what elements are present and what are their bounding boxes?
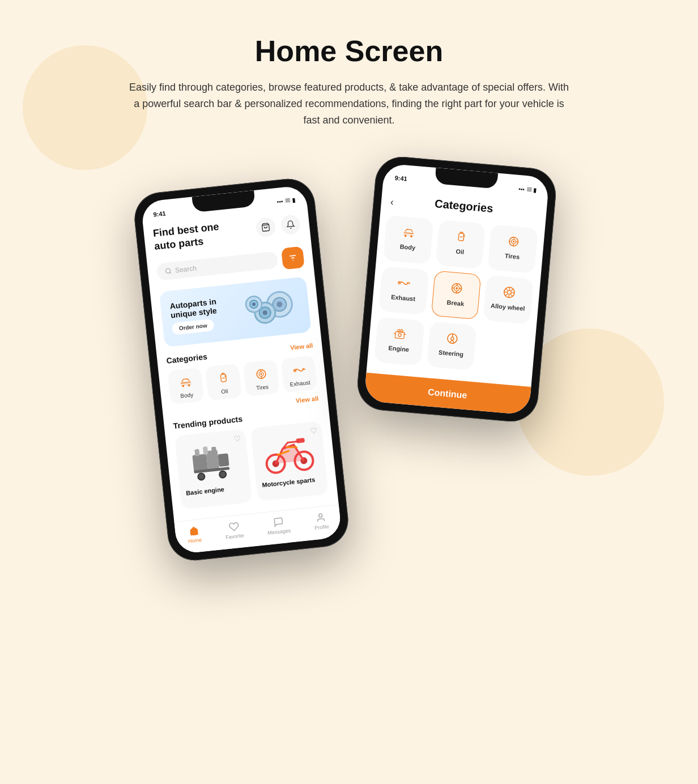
- banner-image: [241, 286, 302, 331]
- filter-button[interactable]: [281, 246, 305, 270]
- profile-icon: [315, 512, 326, 523]
- motorcycle-illustration: [261, 429, 316, 476]
- battery-icon-r: ▮: [533, 187, 537, 193]
- oil-icon: [215, 370, 232, 386]
- big-body-icon: [401, 225, 417, 241]
- svg-point-76: [451, 337, 454, 340]
- svg-line-79: [452, 340, 454, 343]
- body-icon: [177, 374, 194, 390]
- category-exhaust[interactable]: Exhaust: [280, 356, 317, 393]
- big-category-exhaust-label: Exhaust: [391, 293, 416, 302]
- svg-point-42: [405, 235, 407, 237]
- svg-point-56: [456, 287, 458, 289]
- phone-heading: Find best one auto parts: [152, 220, 221, 254]
- big-category-oil-label: Oil: [456, 248, 465, 255]
- big-category-oil[interactable]: Oil: [435, 220, 486, 269]
- page-title: Home Screen: [255, 34, 443, 68]
- svg-point-34: [219, 471, 226, 479]
- cart-button[interactable]: [255, 217, 276, 238]
- categories-view-all[interactable]: View all: [290, 342, 313, 351]
- svg-rect-29: [194, 449, 199, 457]
- category-tires[interactable]: Tires: [243, 360, 280, 397]
- phone-right: 9:41 ▪▪▪ 𝄙 ▮ ‹ Categories: [355, 155, 558, 424]
- categories-screen-title: Categories: [433, 193, 494, 225]
- categories-title: Categories: [166, 352, 208, 365]
- svg-rect-72: [398, 330, 400, 333]
- category-body[interactable]: Body: [167, 368, 204, 405]
- svg-line-66: [511, 293, 514, 293]
- nav-messages[interactable]: Messages: [266, 516, 291, 536]
- big-category-break[interactable]: Break: [431, 271, 481, 320]
- heading-line1: Find best one auto parts: [152, 220, 221, 254]
- status-time-right: 9:41: [394, 174, 407, 182]
- svg-line-65: [504, 292, 507, 293]
- phone-left: 9:41 ▪▪▪ 𝄙 ▮ Find best one auto parts: [132, 176, 351, 563]
- product-motorcycle[interactable]: ♡: [250, 421, 329, 501]
- status-time-left: 9:41: [153, 210, 166, 218]
- search-placeholder: Search: [174, 265, 197, 275]
- svg-point-45: [463, 235, 465, 237]
- nav-home[interactable]: Home: [187, 525, 202, 544]
- order-now-button[interactable]: Order now: [172, 319, 215, 335]
- product-engine[interactable]: ♡: [174, 429, 253, 509]
- back-button[interactable]: ‹: [390, 197, 394, 208]
- big-category-break-label: Break: [446, 299, 465, 308]
- phone-left-screen: 9:41 ▪▪▪ 𝄙 ▮ Find best one auto parts: [141, 185, 342, 555]
- big-category-engine[interactable]: Engine: [374, 317, 424, 366]
- svg-rect-28: [218, 454, 229, 467]
- svg-point-22: [260, 373, 262, 376]
- trending-view-all[interactable]: View all: [295, 395, 318, 404]
- big-brake-icon: [449, 280, 465, 296]
- search-row: Search: [156, 246, 305, 283]
- status-icons-left: ▪▪▪ 𝄙 ▮: [276, 197, 296, 205]
- promo-banner[interactable]: Autoparts in unique style Order now: [159, 276, 312, 347]
- big-category-body-label: Body: [399, 243, 415, 251]
- wifi-icon: 𝄙: [285, 197, 290, 204]
- motorcycle-product-name: Motorcycle sparts: [262, 476, 322, 489]
- category-exhaust-label: Exhaust: [290, 380, 310, 388]
- heart-icon: [228, 521, 240, 532]
- big-category-alloy-wheel[interactable]: Alloy wheel: [483, 275, 534, 325]
- categories-big-grid: Body Oil: [367, 215, 545, 376]
- big-category-steering[interactable]: Steering: [427, 322, 477, 371]
- svg-point-17: [188, 384, 190, 386]
- home-icon: [189, 526, 200, 537]
- search-icon: [165, 267, 172, 275]
- svg-point-1: [165, 269, 171, 274]
- search-bar[interactable]: Search: [156, 251, 279, 280]
- tires-icon: [253, 366, 269, 382]
- big-category-engine-label: Engine: [388, 344, 410, 353]
- big-category-exhaust[interactable]: Exhaust: [378, 266, 429, 316]
- favorite-engine-button[interactable]: ♡: [233, 434, 242, 444]
- svg-line-77: [453, 334, 453, 338]
- category-oil[interactable]: Oil: [205, 364, 242, 401]
- page-subtitle: Easily find through categories, browse f…: [128, 79, 570, 128]
- big-category-body[interactable]: Body: [383, 215, 433, 265]
- svg-line-4: [291, 258, 294, 258]
- favorite-motorcycle-button[interactable]: ♡: [309, 426, 318, 436]
- big-category-steering-label: Steering: [439, 349, 464, 358]
- nav-favorite[interactable]: Favorite: [224, 521, 244, 540]
- category-oil-label: Oil: [221, 388, 228, 395]
- category-body-label: Body: [180, 391, 194, 399]
- svg-line-78: [450, 340, 452, 343]
- big-steering-icon: [444, 331, 460, 347]
- notification-button[interactable]: [280, 214, 301, 235]
- svg-line-63: [509, 287, 510, 291]
- big-category-alloy-wheel-label: Alloy wheel: [491, 302, 525, 312]
- wifi-icon-r: 𝄙: [526, 186, 531, 194]
- phone-right-screen: 9:41 ▪▪▪ 𝄙 ▮ ‹ Categories: [364, 163, 550, 415]
- big-category-tires[interactable]: Tires: [488, 224, 538, 274]
- big-tires-icon: [505, 234, 521, 250]
- svg-line-70: [505, 293, 508, 296]
- big-exhaust-icon: [397, 275, 412, 291]
- banner-text: Autoparts in unique style Order now: [169, 297, 219, 335]
- svg-rect-71: [395, 331, 405, 339]
- svg-rect-31: [211, 447, 216, 454]
- svg-line-67: [505, 288, 508, 291]
- nav-profile[interactable]: Profile: [313, 512, 330, 531]
- trending-products-grid: ♡: [174, 421, 329, 509]
- big-oil-icon: [453, 229, 469, 245]
- filter-icon: [288, 253, 298, 263]
- engine-product-name: Basic engine: [186, 484, 246, 497]
